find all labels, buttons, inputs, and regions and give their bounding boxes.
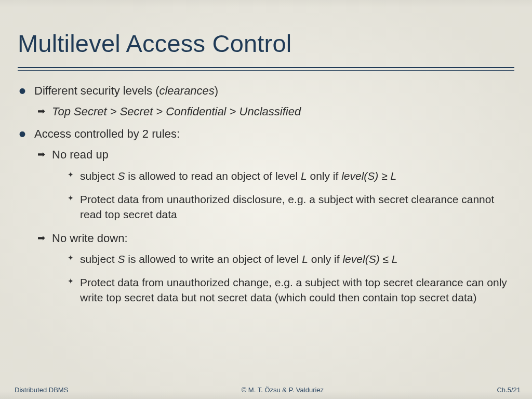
bullet1-em: clearances [159, 84, 214, 97]
footer-right: Ch.5/21 [497, 386, 521, 394]
r1p1-l: L [301, 170, 307, 182]
bullet1-sublist: Top Secret > Secret > Confidential > Unc… [34, 104, 514, 119]
rule1-points: subject S is allowed to read an object o… [52, 169, 514, 222]
bullet1-sub1: Top Secret > Secret > Confidential > Unc… [39, 104, 514, 119]
bullet1-text-post: ) [215, 84, 218, 97]
slide-title: Multilevel Access Control [18, 29, 514, 58]
r2p1-s: S [117, 253, 125, 265]
rule-no-write-down: No write down: subject S is allowed to w… [39, 231, 514, 306]
rule2-points: subject S is allowed to write an object … [52, 252, 514, 305]
r1p1-l2: L [391, 170, 397, 182]
r2p1-l2: L [392, 253, 398, 265]
r1p1-levels: level(S) [341, 170, 378, 182]
bullet-item-2: Access controlled by 2 rules: No read up… [18, 126, 514, 305]
r1p1-pre: subject [80, 170, 117, 182]
rule2-title: No write down: [52, 232, 128, 245]
bullet-list: Different security levels (clearances) T… [18, 83, 514, 305]
bullet1-text-pre: Different security levels ( [34, 84, 159, 97]
rule1-point2: Protect data from unauthorized disclosur… [68, 192, 514, 222]
r2p1-mid: is allowed to write an object of level [125, 253, 302, 265]
rule1-title: No read up [52, 148, 109, 161]
title-divider [18, 67, 514, 71]
bullet-item-1: Different security levels (clearances) T… [18, 83, 514, 119]
footer-center: © M. T. Özsu & P. Valduriez [68, 386, 497, 394]
r2p1-op: ≤ [380, 253, 392, 265]
rule1-point1: subject S is allowed to read an object o… [68, 169, 514, 184]
r2p1-levels: level(S) [342, 253, 379, 265]
r1p1-mid: is allowed to read an object of level [125, 170, 301, 182]
r1p1-op: ≥ [378, 170, 390, 182]
slide: Multilevel Access Control Different secu… [0, 0, 532, 399]
rule2-point1: subject S is allowed to write an object … [68, 252, 514, 267]
slide-footer: Distributed DBMS © M. T. Özsu & P. Valdu… [0, 386, 532, 394]
r1p1-mid2: only if [307, 170, 342, 182]
rule2-point2: Protect data from unauthorized change, e… [68, 275, 514, 305]
r2p1-mid2: only if [308, 253, 343, 265]
rule-no-read-up: No read up subject S is allowed to read … [39, 147, 514, 222]
r1p1-s: S [117, 170, 125, 182]
footer-left: Distributed DBMS [15, 386, 68, 394]
r2p1-l: L [302, 253, 308, 265]
bullet2-sublist: No read up subject S is allowed to read … [34, 147, 514, 305]
bullet1-sub1-text: Top Secret > Secret > Confidential > Unc… [52, 105, 301, 118]
bullet2-text: Access controlled by 2 rules: [34, 127, 180, 140]
r2p1-pre: subject [80, 253, 117, 265]
